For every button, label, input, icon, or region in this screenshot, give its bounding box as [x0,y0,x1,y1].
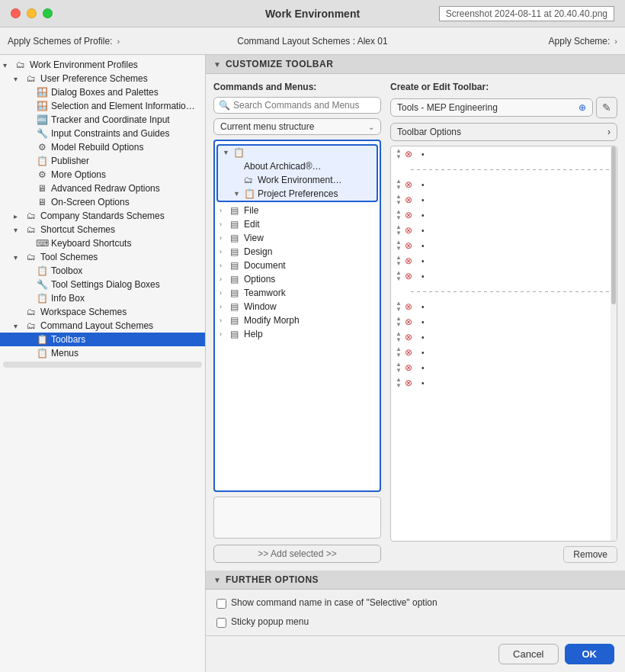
sidebar-item-model-rebuild[interactable]: ⚙Model Rebuild Options [0,140,205,154]
sidebar-item-toolbox[interactable]: 📋Toolbox [0,264,205,278]
sort-down-icon: ▼ [396,368,402,374]
sidebar-item-keyboard-shortcuts[interactable]: ⌨Keyboard Shortcuts [0,236,205,250]
tree-right-chevron-icon: › [220,220,230,228]
search-input[interactable] [233,100,376,111]
close-button[interactable] [11,8,21,18]
sidebar-item-selection-info[interactable]: 🪟Selection and Element Informatio… [0,99,205,113]
toolbar-list-item[interactable]: ▲ ▼ ⊗ • [391,345,617,360]
toolbar-item-icon: ⊗ [405,317,418,327]
sidebar-item-workspace-schemes[interactable]: 🗂Workspace Schemes [0,305,205,319]
toolbar-list-item[interactable]: ▲ ▼ ⊗ • [391,253,617,268]
toolbar-list-item[interactable]: ▲ ▼ ⊗ • [391,146,617,162]
tree-item-proj-pref[interactable]: ▼ 📋 Project Preferences [233,187,377,201]
sort-down-icon: ▼ [396,154,402,160]
sidebar-item-toolbars[interactable]: 📋Toolbars [0,333,205,346]
sidebar-item-user-pref-schemes[interactable]: ▾🗂User Preference Schemes [0,72,205,85]
maximize-button[interactable] [43,8,53,18]
minimize-button[interactable] [27,8,37,18]
sidebar-item-tool-schemes[interactable]: ▾🗂Tool Schemes [0,250,205,264]
sidebar-item-tracker[interactable]: 🔤Tracker and Coordinate Input [0,113,205,127]
add-selected-button[interactable]: >> Add selected >> [213,545,381,563]
folder-icon: 📋 [35,348,49,359]
sidebar-item-on-screen[interactable]: 🖥On-Screen Options [0,195,205,209]
toolbar-list-item[interactable]: ▲ ▼ ⊗ • [391,238,617,253]
toolbar-edit-icon-button[interactable]: ✎ [596,97,617,118]
menu-dropdown[interactable]: Current menu structure ⌄ [213,118,381,135]
further-title: FURTHER OPTIONS [226,574,319,585]
selective-checkbox[interactable] [216,599,226,609]
folder-icon: 📋 [35,293,49,304]
tree-root-folder[interactable]: ▼ 📋 [218,146,377,159]
tree-right-chevron-icon: › [220,317,230,324]
folder-icon: 🖥 [35,183,49,194]
sticky-popup-label: Sticky popup menu [231,616,309,627]
tree-item-about[interactable]: About Archicad®… [233,159,377,173]
sidebar-item-label: Dialog Boxes and Palettes [51,87,159,98]
customize-toggle[interactable]: ▼ [213,60,221,69]
folder-icon: 📋 [35,334,49,345]
profile-chevron[interactable]: › [117,37,120,46]
ok-button[interactable]: OK [565,644,615,664]
toolbar-list-item[interactable]: ▲ ▼ ⊗ • [391,207,617,223]
tree-item-options[interactable]: ›▤Options [215,272,380,286]
toolbar-select-value: Tools - MEP Engineering [397,102,498,113]
sidebar-item-label: User Preference Schemes [40,73,148,84]
customize-body: Commands and Menus: 🔍 Current menu struc… [206,74,625,571]
tree-item-view[interactable]: ›▤View [215,231,380,245]
toolbar-list-item[interactable]: ▲ ▼ ⊗ • [391,314,617,330]
toolbar-list-item[interactable]: ▲ ▼ ⊗ • [391,223,617,238]
remove-button[interactable]: Remove [563,546,617,563]
toolbar-list-item[interactable]: ▲ ▼ ⊗ • [391,177,617,192]
tree-item-design[interactable]: ›▤Design [215,245,380,259]
sticky-popup-checkbox[interactable] [216,618,226,628]
sidebar-item-publisher[interactable]: 📋Publisher [0,154,205,168]
sidebar-item-cmd-layout-schemes[interactable]: ▾🗂Command Layout Schemes [0,319,205,333]
sidebar-item-more-options[interactable]: ⚙More Options [0,168,205,182]
menu-dropdown-value: Current menu structure [220,121,314,132]
toolbar-select-dropdown[interactable]: Tools - MEP Engineering ⊕ [390,98,593,117]
tree-item-teamwork[interactable]: ›▤Teamwork [215,286,380,300]
scrollbar-thumb [611,146,616,304]
sidebar-item-label: Shortcut Schemes [40,224,115,235]
sort-arrows: ▲ ▼ [396,270,402,282]
tree-item-window[interactable]: ›▤Window [215,300,380,313]
tree-item-file[interactable]: ›▤File [215,204,380,217]
folder-icon: 🔧 [35,279,49,290]
tree-item-modify-morph[interactable]: ›▤Modify Morph [215,313,380,327]
sidebar-item-work-env-profiles[interactable]: ▾🗂Work Environment Profiles [0,58,205,72]
sidebar-item-company-standards[interactable]: ▸🗂Company Standards Schemes [0,209,205,223]
toolbar-list-item[interactable]: ▲ ▼ ⊗ • [391,360,617,375]
sidebar-item-label: Input Constraints and Guides [51,128,169,139]
tree-item-document[interactable]: ›▤Document [215,259,380,272]
toolbar-options-button[interactable]: Toolbar Options › [390,123,617,141]
selective-label: Show command name in case of "Selective"… [231,597,438,608]
tree-right-chevron-icon: › [220,248,230,256]
sidebar-item-menus[interactable]: 📋Menus [0,346,205,360]
sidebar-item-info-box[interactable]: 📋Info Box [0,291,205,305]
toolbar-list-item[interactable]: ▲ ▼ ⊗ • [391,330,617,345]
sort-down-icon: ▼ [396,352,402,359]
tree-menu-icon: ▤ [230,219,244,230]
tree-menu-icon: ▤ [230,274,244,285]
sidebar-item-advanced-redraw[interactable]: 🖥Advanced Redraw Options [0,182,205,195]
sidebar-item-input-constraints[interactable]: 🔧Input Constraints and Guides [0,127,205,140]
sidebar-scrollbar[interactable] [3,362,202,368]
sidebar-item-tool-settings[interactable]: 🔧Tool Settings Dialog Boxes [0,278,205,291]
toolbar-list-item[interactable]: ▲ ▼ ⊗ • [391,299,617,314]
toolbar-item-dot: • [421,349,425,357]
window-controls[interactable] [11,8,53,18]
scheme-chevron[interactable]: › [614,37,617,46]
tree-item-work-env[interactable]: 🗂 Work Environment… [233,173,377,187]
checkbox-row-1: Show command name in case of "Selective"… [216,597,614,609]
further-toggle[interactable]: ▼ [213,576,221,584]
cancel-button[interactable]: Cancel [498,644,558,664]
tree-item-help[interactable]: ›▤Help [215,327,380,341]
sidebar-item-shortcut-schemes[interactable]: ▾🗂Shortcut Schemes [0,223,205,236]
search-box[interactable]: 🔍 [213,97,381,114]
tree-item-edit[interactable]: ›▤Edit [215,217,380,231]
toolbar-list-item[interactable]: ▲ ▼ ⊗ • [391,375,617,391]
toolbar-list-item[interactable]: ▲ ▼ ⊗ • [391,192,617,207]
sidebar-item-dialog-boxes[interactable]: 🪟Dialog Boxes and Palettes [0,85,205,99]
sidebar-item-label: More Options [51,169,106,180]
toolbar-list-item[interactable]: ▲ ▼ ⊗ • [391,268,617,284]
